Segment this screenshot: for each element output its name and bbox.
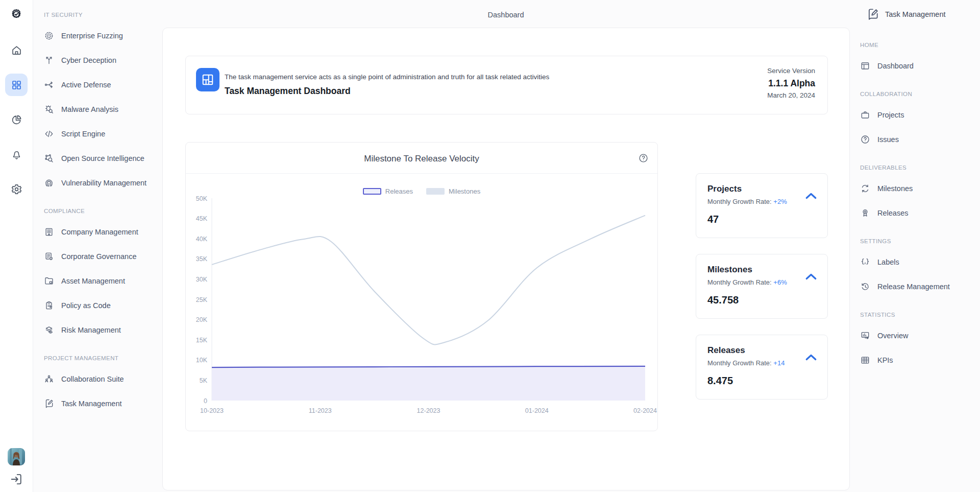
item-label: Issues <box>877 135 899 144</box>
collapse-chevron-up-icon[interactable] <box>804 189 818 199</box>
service-description: The task management service acts as a si… <box>225 73 549 81</box>
sidebar-item-risk-management[interactable]: Risk Management <box>44 318 158 342</box>
sidebar-item-projects[interactable]: Projects <box>860 103 977 127</box>
item-label: Overview <box>877 332 908 340</box>
sidebar-item-release-management[interactable]: Release Management <box>860 274 977 299</box>
nav-section-collaboration: COLLABORATIONProjectsIssues <box>860 90 977 152</box>
user-avatar[interactable] <box>8 448 25 465</box>
edit-square-icon <box>866 8 879 21</box>
avatar-photo <box>8 448 25 465</box>
help-circle-icon <box>860 134 870 145</box>
item-label: Script Engine <box>61 130 105 138</box>
sidebar-item-collaboration-suite[interactable]: Collaboration Suite <box>44 367 158 391</box>
sidebar-item-script-engine[interactable]: Script Engine <box>44 122 158 146</box>
section-header: DELIVERABLES <box>860 163 977 172</box>
item-label: Labels <box>877 258 899 266</box>
document-gear-icon <box>44 251 54 262</box>
right-sidebar: HOMEDashboardCOLLABORATIONProjectsIssues… <box>860 41 977 384</box>
stat-growth-value: +2% <box>773 198 787 205</box>
service-version-value: 1.1.1 Alpha <box>767 77 815 90</box>
nav-section-compliance: COMPLIANCECompany ManagementCorporate Go… <box>44 207 158 342</box>
table-icon <box>860 355 870 365</box>
sidebar-item-vulnerability-management[interactable]: Vulnerability Management <box>44 171 158 195</box>
line-chart[interactable]: 05K10K15K20K25K30K35K40K45K50K10-202311-… <box>186 195 657 421</box>
sidebar-item-issues[interactable]: Issues <box>860 127 977 152</box>
sidebar-item-task-management[interactable]: Task Management <box>44 391 158 416</box>
item-label: Asset Management <box>61 277 125 285</box>
stat-growth: Monthly Growth Rate: +6% <box>707 278 816 286</box>
stat-growth: Monthly Growth Rate: +14 <box>707 359 816 367</box>
stat-title: Projects <box>707 184 816 194</box>
target-icon <box>44 31 54 41</box>
velocity-chart-card: Milestone To Release Velocity ReleasesMi… <box>185 142 658 431</box>
svg-text:15K: 15K <box>196 337 208 344</box>
sidebar-item-corporate-governance[interactable]: Corporate Governance <box>44 244 158 269</box>
nav-section-it-security: IT SECURITYEnterprise FuzzingCyber Decep… <box>44 11 158 195</box>
sidebar-item-company-management[interactable]: Company Management <box>44 220 158 244</box>
svg-text:12-2023: 12-2023 <box>417 407 440 414</box>
service-version-block: Service Version 1.1.1 Alpha March 20, 20… <box>767 65 815 101</box>
sidebar-item-releases[interactable]: Releases <box>860 201 977 225</box>
nav-section-settings: SETTINGSLabelsRelease Management <box>860 237 977 299</box>
page-title: Task Management Dashboard <box>225 86 351 97</box>
rail-item-apps-grid[interactable] <box>5 74 28 96</box>
sidebar-item-cyber-deception[interactable]: Cyber Deception <box>44 48 158 73</box>
topbar-app-title: Task Management <box>866 8 945 21</box>
item-label: Release Management <box>877 283 950 291</box>
app-logo[interactable] <box>8 7 24 23</box>
sidebar-item-labels[interactable]: Labels <box>860 250 977 274</box>
sidebar-item-malware-analysis[interactable]: Malware Analysis <box>44 97 158 122</box>
sidebar-item-enterprise-fuzzing[interactable]: Enterprise Fuzzing <box>44 24 158 48</box>
svg-text:02-2024: 02-2024 <box>633 407 657 414</box>
legend-swatch <box>363 188 381 195</box>
stat-value: 8.475 <box>707 375 816 387</box>
sidebar-item-kpis[interactable]: KPIs <box>860 348 977 372</box>
sidebar-item-open-source-intelligence[interactable]: Open Source Intelligence <box>44 146 158 171</box>
breadcrumb: Dashboard <box>460 11 552 19</box>
svg-text:20K: 20K <box>196 316 208 323</box>
item-label: Releases <box>877 209 908 217</box>
item-label: Collaboration Suite <box>61 375 124 383</box>
sidebar-item-active-defense[interactable]: Active Defense <box>44 73 158 97</box>
topbar-title-label: Task Management <box>885 10 945 18</box>
rail-item-home[interactable] <box>5 39 28 61</box>
rail-item-gear[interactable] <box>5 178 28 200</box>
logout-icon <box>9 472 23 486</box>
sidebar-item-dashboard[interactable]: Dashboard <box>860 54 977 78</box>
chart-title: Milestone To Release Velocity <box>186 154 657 164</box>
section-header: COMPLIANCE <box>44 207 158 215</box>
svg-text:5K: 5K <box>200 377 208 384</box>
legend-item-releases[interactable]: Releases <box>363 188 413 195</box>
chart-svg: 05K10K15K20K25K30K35K40K45K50K10-202311-… <box>186 195 658 421</box>
collapse-chevron-up-icon[interactable] <box>804 350 818 361</box>
branch-arrows-icon <box>44 55 54 65</box>
section-header: PROJECT MANAGEMENT <box>44 354 158 362</box>
chart-header: Milestone To Release Velocity <box>186 143 657 174</box>
item-label: Enterprise Fuzzing <box>61 32 123 40</box>
item-label: Corporate Governance <box>61 252 137 261</box>
stat-value: 45.758 <box>707 294 816 306</box>
logout-button[interactable] <box>9 472 23 486</box>
stat-card-projects: ProjectsMonthly Growth Rate: +2%47 <box>696 173 828 238</box>
stat-value: 47 <box>707 214 816 225</box>
svg-text:0: 0 <box>204 397 207 405</box>
fingerprint-icon <box>44 178 54 188</box>
home-icon <box>11 44 22 56</box>
svg-text:50K: 50K <box>196 195 208 202</box>
nav-section-project-management: PROJECT MANAGEMENTCollaboration SuiteTas… <box>44 354 158 416</box>
sidebar-item-asset-management[interactable]: Asset Management <box>44 269 158 293</box>
sidebar-item-policy-as-code[interactable]: Policy as Code <box>44 293 158 318</box>
help-circle-icon[interactable] <box>638 153 649 163</box>
stat-card-milestones: MilestonesMonthly Growth Rate: +6%45.758 <box>696 254 828 319</box>
item-label: Open Source Intelligence <box>61 154 144 162</box>
sidebar-item-milestones[interactable]: Milestones <box>860 176 977 201</box>
legend-item-milestones[interactable]: Milestones <box>426 188 480 195</box>
window-layout-icon <box>860 61 870 71</box>
sidebar-item-overview[interactable]: Overview <box>860 323 977 348</box>
collapse-chevron-up-icon[interactable] <box>804 270 818 280</box>
braces-icon <box>860 257 870 267</box>
rail-item-pie-chart[interactable] <box>5 108 28 131</box>
rail-item-bell[interactable] <box>5 143 28 166</box>
legend-label: Milestones <box>449 188 480 195</box>
award-icon <box>860 208 870 218</box>
